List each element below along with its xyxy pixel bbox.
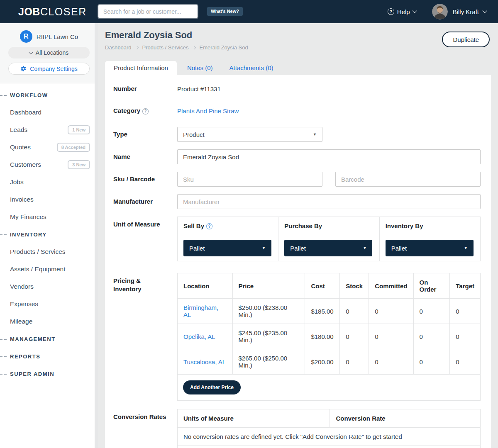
whats-new-button[interactable]: What's New? bbox=[207, 7, 243, 16]
navbar-right: ? Help Billy Kraft bbox=[388, 0, 486, 23]
app-logo: JOBCLOSER bbox=[18, 6, 87, 18]
pricing-row-birmingham: Birmingham, AL $250.00 ($238.00 Min.) $1… bbox=[178, 299, 481, 324]
caret-down-icon: ▼ bbox=[464, 246, 468, 250]
duplicate-button[interactable]: Duplicate bbox=[442, 32, 490, 47]
conversion-rates-table: Units of Measure Conversion Rate No conv… bbox=[177, 409, 481, 448]
sidebar-scrollbar[interactable] bbox=[95, 23, 98, 448]
caret-down-icon: ▼ bbox=[262, 246, 266, 250]
breadcrumb-dashboard[interactable]: Dashboard bbox=[105, 44, 132, 51]
company-settings-label: Company Settings bbox=[30, 66, 77, 72]
tab-product-information[interactable]: Product Information bbox=[105, 61, 177, 75]
barcode-input[interactable] bbox=[335, 172, 481, 187]
purchase-by-select[interactable]: Pallet ▼ bbox=[284, 240, 372, 256]
location-link[interactable]: Tuscaloosa, AL bbox=[183, 358, 226, 365]
company-settings-button[interactable]: Company Settings bbox=[8, 63, 90, 75]
conversion-header-row: Units of Measure Conversion Rate bbox=[178, 409, 481, 428]
sidebar-item-jobs[interactable]: Jobs bbox=[0, 173, 98, 191]
user-avatar[interactable] bbox=[432, 4, 448, 19]
name-input[interactable] bbox=[177, 149, 481, 164]
sidebar-item-quotes[interactable]: Quotes8 Accepted bbox=[0, 139, 98, 156]
company-logo: R bbox=[20, 30, 32, 43]
conversion-empty-message: No conversion rates are defined yet. Cli… bbox=[178, 428, 481, 446]
caret-down-icon: ▼ bbox=[313, 132, 317, 136]
section-reports: REPORTS bbox=[10, 353, 40, 360]
logo-light: CLOSER bbox=[40, 6, 87, 17]
tab-attachments[interactable]: Attachments (0) bbox=[223, 61, 280, 75]
company-name: RIIPL Lawn Co bbox=[37, 33, 78, 40]
manufacturer-label: Manufacturer bbox=[113, 197, 177, 206]
section-super-admin-row[interactable]: SUPER ADMIN bbox=[0, 365, 98, 382]
sidebar: R RIIPL Lawn Co All Locations Company Se… bbox=[0, 23, 98, 448]
pricing-footer-row: Add Another Price bbox=[178, 375, 481, 401]
sidebar-item-invoices[interactable]: Invoices bbox=[0, 191, 98, 208]
page-title: Emerald Zoysia Sod bbox=[105, 30, 490, 41]
user-menu[interactable]: Billy Kraft bbox=[453, 8, 486, 15]
sidebar-item-products-services[interactable]: Products / Services bbox=[0, 243, 98, 261]
sku-input[interactable] bbox=[177, 172, 322, 187]
category-link[interactable]: Plants And Pine Straw bbox=[177, 107, 239, 114]
tab-notes[interactable]: Notes (0) bbox=[181, 61, 219, 75]
category-help-icon[interactable]: ? bbox=[142, 108, 149, 114]
conversion-rates-row: Conversion Rates Units of Measure Conver… bbox=[113, 409, 481, 448]
number-value: Product #11331 bbox=[177, 85, 221, 93]
help-label: Help bbox=[397, 8, 410, 15]
pricing-header-row: Location Price Cost Stock Committed On O… bbox=[178, 273, 481, 299]
product-information-panel: Number Product #11331 Category? Plants A… bbox=[105, 75, 491, 448]
pricing-inventory-row: Pricing & Inventory Location Price Cost … bbox=[113, 273, 481, 401]
add-another-price-button[interactable]: Add Another Price bbox=[183, 380, 241, 394]
sidebar-item-customers[interactable]: Customers3 New bbox=[0, 156, 98, 173]
sidebar-item-expenses[interactable]: Expenses bbox=[0, 295, 98, 313]
sidebar-item-leads[interactable]: Leads1 New bbox=[0, 121, 98, 139]
section-reports-row[interactable]: REPORTS bbox=[0, 348, 98, 365]
pricing-row-tuscaloosa: Tuscaloosa, AL $265.00 ($250.00 Min.) $2… bbox=[178, 349, 481, 375]
caret-down-icon: ▼ bbox=[363, 246, 366, 250]
avatar-photo bbox=[432, 4, 448, 19]
sidebar-company-block: R RIIPL Lawn Co All Locations Company Se… bbox=[0, 23, 98, 83]
unit-of-measure-table: Sell By? Purchase By Inventory By Pallet… bbox=[177, 217, 481, 261]
location-link[interactable]: Birmingham, AL bbox=[183, 304, 218, 318]
sell-by-help-icon[interactable]: ? bbox=[206, 223, 212, 229]
breadcrumb: Dashboard Products / Services Emerald Zo… bbox=[105, 44, 490, 51]
company-row: R RIIPL Lawn Co bbox=[0, 30, 98, 43]
chevron-down-icon bbox=[482, 8, 487, 13]
search-input[interactable] bbox=[98, 5, 198, 18]
number-label: Number bbox=[113, 85, 177, 93]
location-selector-label: All Locations bbox=[36, 49, 68, 56]
leads-badge: 1 New bbox=[68, 125, 90, 134]
chevron-down-icon bbox=[412, 8, 417, 13]
sidebar-item-mileage[interactable]: Mileage bbox=[0, 313, 98, 330]
inventory-by-header: Inventory By bbox=[379, 217, 480, 235]
manufacturer-input[interactable] bbox=[177, 194, 481, 209]
sidebar-item-my-finances[interactable]: My Finances bbox=[0, 208, 98, 226]
sidebar-item-assets-equipment[interactable]: Assets / Equipment bbox=[0, 261, 98, 278]
user-name: Billy Kraft bbox=[453, 8, 479, 15]
purchase-by-header: Purchase By bbox=[278, 217, 379, 235]
category-row: Category? Plants And Pine Straw bbox=[113, 107, 481, 115]
help-menu[interactable]: ? Help bbox=[388, 8, 416, 15]
type-row: Type Product ▼ bbox=[113, 127, 481, 142]
conversion-empty-row: No conversion rates are defined yet. Cli… bbox=[178, 428, 481, 446]
location-selector[interactable]: All Locations bbox=[8, 47, 90, 58]
category-label: Category? bbox=[113, 107, 177, 115]
quotes-badge: 8 Accepted bbox=[57, 143, 90, 152]
section-inventory: INVENTORY bbox=[10, 231, 47, 238]
unit-of-measure-row: Unit of Measure Sell By? Purchase By Inv… bbox=[113, 217, 481, 261]
section-super-admin: SUPER ADMIN bbox=[10, 371, 54, 377]
breadcrumb-current: Emerald Zoysia Sod bbox=[200, 44, 248, 51]
section-management-row[interactable]: MANAGEMENT bbox=[0, 330, 98, 348]
sidebar-item-dashboard[interactable]: Dashboard bbox=[0, 104, 98, 121]
pricing-row-opelika: Opelika, AL $245.00 ($235.00 Min.) $180.… bbox=[178, 324, 481, 349]
main-content: Emerald Zoysia Sod Dashboard Products / … bbox=[98, 23, 498, 448]
name-label: Name bbox=[113, 153, 177, 161]
sidebar-item-vendors[interactable]: Vendors bbox=[0, 278, 98, 295]
type-select[interactable]: Product ▼ bbox=[177, 127, 322, 142]
gear-icon bbox=[20, 66, 27, 72]
help-icon: ? bbox=[388, 8, 394, 15]
breadcrumb-products-services[interactable]: Products / Services bbox=[142, 44, 189, 51]
sku-barcode-label: Sku / Barcode bbox=[113, 175, 177, 183]
sell-by-select[interactable]: Pallet ▼ bbox=[183, 240, 271, 256]
chevron-down-icon bbox=[29, 50, 33, 54]
location-link[interactable]: Opelika, AL bbox=[183, 333, 215, 340]
inventory-by-select[interactable]: Pallet ▼ bbox=[386, 240, 474, 256]
section-management: MANAGEMENT bbox=[10, 336, 56, 342]
